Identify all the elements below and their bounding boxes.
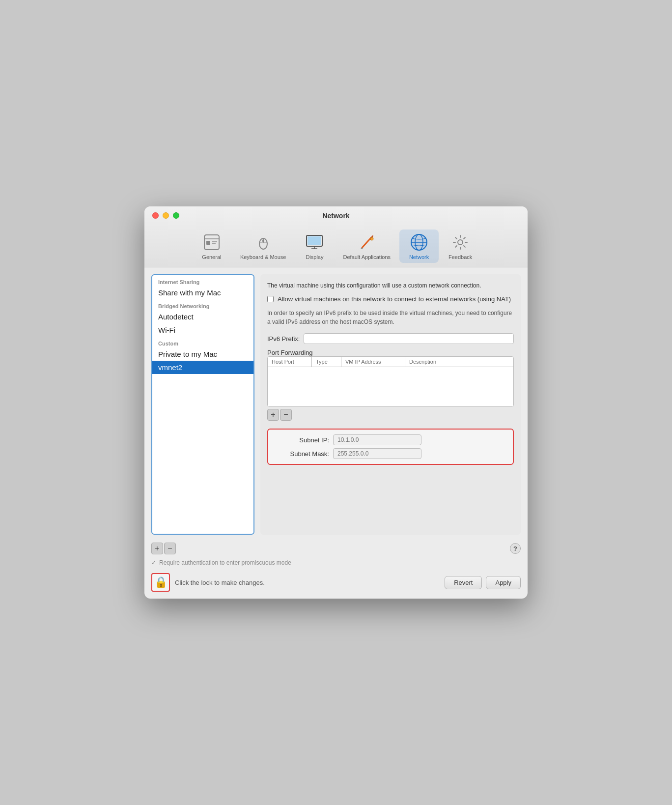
info-text: The virtual machine using this configura… [267,281,514,290]
maximize-button[interactable] [173,212,179,219]
port-forwarding-section: Port Forwarding Host Port Type VM IP Add… [267,349,514,421]
toolbar-label-display: Display [306,254,323,260]
content-area: Internet Sharing Share with my Mac Bridg… [144,267,528,540]
allow-nat-checkbox[interactable] [267,296,274,302]
auth-row: ✓ Require authentication to enter promis… [144,559,528,570]
svg-line-30 [455,246,457,247]
ipv6-note: In order to specify an IPv6 prefix to be… [267,309,514,326]
svg-line-14 [362,238,371,248]
remove-network-button[interactable]: − [164,543,176,554]
col-type: Type [312,357,341,367]
ipv6-input[interactable] [304,333,514,344]
bottom-bar: + − ? [144,540,528,559]
subnet-ip-row: Subnet IP: [275,434,506,445]
minimize-button[interactable] [163,212,169,219]
auth-label: Require authentication to enter promiscu… [159,559,291,566]
lock-button[interactable]: 🔒 [151,573,170,592]
subnet-mask-label: Subnet Mask: [275,450,329,458]
toolbar-label-keyboard-mouse: Keyboard & Mouse [240,254,286,260]
table-controls: + − [267,409,514,421]
sidebar-item-vmnet2[interactable]: vmnet2 [152,361,253,374]
window-title: Network [152,212,520,220]
port-forwarding-table: Host Port Type VM IP Address Description [267,356,514,407]
sidebar-item-share-with-mac[interactable]: Share with my Mac [152,286,253,299]
add-network-button[interactable]: + [151,543,163,554]
lock-icon: 🔒 [154,576,168,589]
subnet-mask-input[interactable] [333,448,421,459]
display-icon [305,232,324,252]
main-panel: The virtual machine using this configura… [260,274,521,535]
svg-line-29 [464,237,465,239]
subnet-section: Subnet IP: Subnet Mask: [267,429,514,465]
svg-point-21 [411,234,427,250]
toolbar-item-default-applications[interactable]: Default Applications [336,230,397,263]
svg-point-22 [458,240,463,245]
remove-port-rule-button[interactable]: − [280,409,292,421]
svg-rect-2 [206,241,210,245]
subnet-ip-input[interactable] [333,434,421,445]
allow-nat-label: Allow virtual machines on this network t… [278,295,511,304]
toolbar-item-feedback[interactable]: Feedback [441,230,480,263]
port-forwarding-label: Port Forwarding [267,349,514,356]
port-table-header: Host Port Type VM IP Address Description [268,357,513,367]
lock-text: Click the lock to make changes. [175,579,265,586]
apps-icon [357,232,377,252]
sidebar-item-autodetect[interactable]: Autodetect [152,310,253,323]
toolbar-label-network: Network [409,254,429,260]
help-button[interactable]: ? [510,543,521,554]
gear-icon [450,232,470,252]
svg-rect-10 [308,236,321,245]
toolbar-item-general[interactable]: General [192,230,231,263]
ipv6-row: IPv6 Prefix: [267,333,514,344]
sidebar-section-internet-sharing: Internet Sharing [152,275,253,286]
col-host-port: Host Port [268,357,312,367]
port-table-body[interactable] [268,367,513,406]
sidebar-section-custom: Custom [152,337,253,347]
toolbar-label-feedback: Feedback [448,254,472,260]
svg-point-17 [370,237,373,240]
titlebar: Network General [144,206,528,267]
ipv6-label: IPv6 Prefix: [267,335,300,343]
auth-checkmark: ✓ [151,559,156,566]
sidebar-item-wifi[interactable]: Wi-Fi [152,323,253,337]
toolbar-item-network[interactable]: Network [399,230,439,263]
close-button[interactable] [152,212,159,219]
allow-nat-row: Allow virtual machines on this network t… [267,295,514,304]
col-description: Description [405,357,513,367]
toolbar-label-default-applications: Default Applications [343,254,391,260]
subnet-ip-label: Subnet IP: [275,436,329,444]
network-sidebar: Internet Sharing Share with my Mac Bridg… [151,274,254,535]
add-port-rule-button[interactable]: + [267,409,279,421]
main-window: Network General [144,206,528,599]
col-vm-ip: VM IP Address [341,357,405,367]
action-buttons: Revert Apply [445,576,521,589]
svg-line-28 [464,246,465,247]
svg-line-27 [455,237,457,239]
toolbar-label-general: General [202,254,221,260]
subnet-mask-row: Subnet Mask: [275,448,506,459]
lock-bar: 🔒 Click the lock to make changes. Revert… [144,570,528,599]
general-icon [202,232,222,252]
apply-button[interactable]: Apply [486,576,521,589]
toolbar-item-display[interactable]: Display [295,230,334,263]
sidebar-item-private-to-mac[interactable]: Private to my Mac [152,347,253,361]
sidebar-add-remove: + − [151,543,176,554]
network-icon [409,232,429,252]
sidebar-section-bridged: Bridged Networking [152,299,253,310]
toolbar: General Keyboard & Mouse [152,226,520,267]
toolbar-item-keyboard-mouse[interactable]: Keyboard & Mouse [233,230,293,263]
svg-point-8 [262,239,264,242]
mouse-icon [253,232,273,252]
revert-button[interactable]: Revert [445,576,482,589]
